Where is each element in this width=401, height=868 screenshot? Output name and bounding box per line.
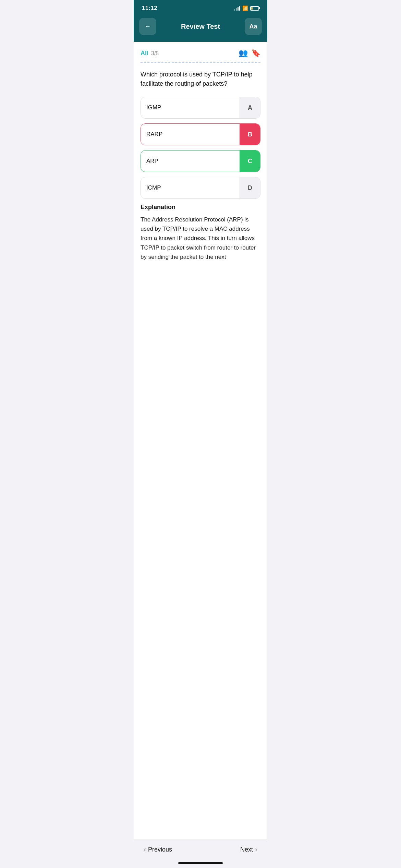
explanation-title: Explanation [141,204,260,211]
prev-chevron-icon: ‹ [144,846,146,853]
status-time: 11:12 [142,5,157,12]
filter-left: All 3/5 [141,50,159,57]
header-title: Review Test [181,23,220,31]
option-c-badge: C [240,150,260,172]
home-indicator [134,859,267,868]
option-c-text: ARP [141,152,240,171]
option-b-text: RARP [141,125,240,144]
main-content: All 3/5 👥 🔖 Which protocol is used by TC… [134,42,267,840]
font-size-button[interactable]: Aa [245,18,262,35]
option-c[interactable]: ARP C [141,150,260,172]
option-b-badge: B [240,124,260,145]
signal-icon [234,6,240,11]
aa-label: Aa [249,23,257,30]
header: ← Review Test Aa [134,14,267,42]
option-d-text: ICMP [141,178,240,197]
status-bar: 11:12 📶 [134,0,267,14]
question-text: Which protocol is used by TCP/IP to help… [141,70,260,88]
wifi-icon: 📶 [242,5,248,11]
option-a[interactable]: IGMP A [141,97,260,119]
next-label: Next [240,846,253,853]
people-icon[interactable]: 👥 [239,49,248,58]
back-button[interactable]: ← [139,18,156,35]
option-b[interactable]: RARP B [141,123,260,145]
previous-label: Previous [148,846,172,853]
filter-count: 3/5 [151,50,159,57]
explanation-section: Explanation The Address Resolution Proto… [141,204,260,268]
option-d-badge: D [240,177,260,198]
bottom-nav: ‹ Previous Next › [134,840,267,859]
previous-button[interactable]: ‹ Previous [144,846,172,853]
filter-all-label[interactable]: All [141,50,148,57]
next-chevron-icon: › [255,846,257,853]
section-divider [141,62,260,63]
explanation-text: The Address Resolution Protocol (ARP) is… [141,215,260,262]
status-icons: 📶 [234,5,259,11]
option-d[interactable]: ICMP D [141,177,260,199]
next-button[interactable]: Next › [240,846,257,853]
back-arrow-icon: ← [145,23,151,30]
filter-row: All 3/5 👥 🔖 [141,49,260,58]
bookmark-icon[interactable]: 🔖 [251,49,260,58]
option-a-badge: A [240,97,260,118]
option-a-text: IGMP [141,98,240,117]
filter-icons: 👥 🔖 [239,49,260,58]
battery-icon [250,6,259,11]
home-bar [178,862,223,864]
